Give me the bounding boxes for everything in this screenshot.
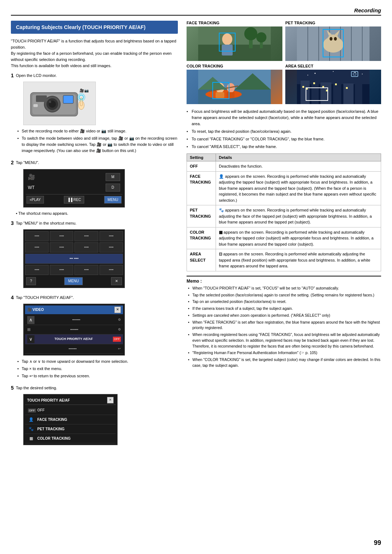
face-icon: 👤: [28, 416, 34, 423]
nav-up-arrow[interactable]: ∧: [27, 316, 34, 324]
memo-item-5: Settings are canceled when zoom operatio…: [188, 313, 381, 319]
camera-image: 🎥 📷: [23, 82, 96, 125]
svg-rect-8: [33, 104, 38, 107]
menu-menu-btn[interactable]: MENU: [104, 196, 121, 204]
page-number: 99: [374, 539, 381, 547]
grid-cell-6[interactable]: ▪▪▪▪: [50, 242, 73, 253]
left-column: Capturing Subjects Clearly (TOUCH PRIORI…: [11, 21, 178, 452]
svg-text:🎥: 🎥: [79, 88, 84, 93]
svg-point-23: [256, 32, 266, 42]
grid-cell-12[interactable]: ▪▪▪▪: [74, 265, 98, 275]
touch-menu-close[interactable]: ✕: [114, 307, 121, 313]
touch-menu: 🎥 VIDEO ✕ ∧ ▪▪▪▪▪▪▪ ⚙ ⊞ ▪▪▪▪▪▪▪ ⚙: [23, 304, 125, 356]
priority-menu: TOUCH PRIORITY AE/AF ✕ OFF OFF 👤 FACE TR…: [23, 394, 118, 445]
svg-rect-7: [36, 95, 47, 102]
ratio-icon: ⊞: [27, 327, 30, 333]
memo-item-4: If the camera loses track of a subject, …: [188, 306, 381, 312]
step-3-text: Tap "MENU" in the shortcut menu. ▪▪▪▪ ▪▪…: [16, 220, 178, 291]
menu-grid-row-3: ▪▪▪ ▪▪▪▪: [25, 254, 123, 264]
step-4-num: 4: [11, 295, 14, 300]
setting-off: OFF: [187, 161, 216, 172]
grid-cell-11[interactable]: ▪▪▪▪: [50, 265, 73, 275]
grid-cell-5[interactable]: ▪▪▪▪: [25, 242, 49, 253]
priority-item-face[interactable]: 👤 FACE TRACKING: [25, 415, 116, 424]
menu-btn-main[interactable]: MENU: [64, 277, 83, 285]
touch-menu-row-3[interactable]: ∨ TOUCH PRIORITY AE/AF OFF: [25, 335, 123, 344]
menu-row-1: 🎥 M: [26, 172, 122, 183]
grid-cell-9[interactable]: ▪▪▪ ▪▪▪▪: [25, 254, 123, 264]
step-2: 2 Tap "MENU". 🎥 M WT D: [11, 160, 178, 217]
close-btn-1[interactable]: ✕: [111, 277, 122, 285]
memo-item-8: "Registering Human Face Personal Authent…: [188, 350, 381, 356]
setting-color: COLORTRACKING: [187, 227, 216, 249]
svg-rect-57: [355, 80, 362, 104]
table-row-face: FACETRACKING 👤 appears on the screen. Re…: [187, 171, 381, 205]
menu-grid: ▪▪▪▪ ▪▪▪▪ ▪▪▪▪ ▪▪▪▪ ▪▪▪▪ ▪▪▪▪ ▪▪▪▪ ▪▪▪▪: [23, 229, 125, 288]
menu-d-btn[interactable]: D: [106, 184, 120, 192]
menu-play-btn[interactable]: «PLAY: [26, 196, 44, 204]
off-icon: OFF: [28, 407, 34, 413]
table-row-area: AREASELECT ⊡ appears on the screen. Reco…: [187, 249, 381, 271]
setting-pet: PETTRACKING: [187, 205, 216, 227]
priority-item-pet[interactable]: 🐾 PET TRACKING: [25, 424, 116, 434]
color-tracking-label: COLOR TRACKING: [187, 64, 282, 68]
menu-rec-btn[interactable]: ▐▐ REC: [64, 196, 84, 204]
svg-rect-58: [302, 86, 304, 88]
step-4-text: Tap "TOUCH PRIORITY AE/AF". 🎥 VIDEO ✕ ∧ …: [16, 295, 178, 381]
svg-point-66: [333, 71, 334, 72]
color-tracking-item: COLOR TRACKING: [187, 64, 282, 104]
grid-cell-3[interactable]: ▪▪▪▪: [74, 231, 98, 241]
svg-point-68: [307, 75, 308, 75]
table-row-pet: PETTRACKING 🐾 appears on the screen. Rec…: [187, 205, 381, 227]
grid-cell-1[interactable]: ▪▪▪▪: [25, 231, 49, 241]
step-1-num: 1: [11, 73, 14, 78]
grid-cell-4[interactable]: ▪▪▪▪: [99, 231, 123, 241]
memo-item-3: Tap on an unselected position (face/colo…: [188, 299, 381, 305]
pet-tracking-label: PET TRACKING: [285, 21, 381, 25]
priority-item-off[interactable]: OFF OFF: [25, 406, 116, 415]
svg-rect-64: [346, 87, 348, 89]
help-btn[interactable]: ?: [26, 277, 36, 285]
page: Recording Capturing Subjects Clearly (TO…: [0, 0, 392, 554]
svg-point-37: [334, 37, 337, 41]
grid-cell-2[interactable]: ▪▪▪▪: [50, 231, 73, 241]
touch-menu-row-2[interactable]: ⊞ ▪▪▪▪▪▪▪ ⚙: [25, 325, 123, 335]
priority-item-color[interactable]: ▦ COLOR TRACKING: [25, 434, 116, 443]
pet-label: PET TRACKING: [37, 426, 65, 432]
step-5: 5 Tap the desired setting. TOUCH PRIORIT…: [11, 385, 178, 448]
priority-close-btn[interactable]: ✕: [107, 397, 114, 403]
grid-cell-13[interactable]: ▪▪▪▪: [99, 265, 123, 275]
details-face: 👤 appears on the screen. Recording is pe…: [216, 171, 381, 205]
details-area: ⊡ appears on the screen. Recording is pe…: [216, 249, 381, 271]
svg-text:📷: 📷: [84, 88, 89, 93]
step-1-text: Open the LCD monitor.: [16, 73, 178, 156]
memo-item-1: When "TOUCH PRIORITY AE/AF" is set, "FOC…: [188, 286, 381, 291]
grid-cell-8[interactable]: ▪▪▪▪: [99, 242, 123, 253]
menu-m-btn[interactable]: M: [106, 173, 120, 181]
grid-cell-10[interactable]: ▪▪▪▪: [25, 265, 49, 275]
pet-tracking-item: PET TRACKING: [285, 21, 381, 61]
right-bullet-4: To cancel "AREA SELECT", tap the white f…: [187, 144, 381, 150]
intro-line3: This function is available for both vide…: [11, 63, 111, 68]
memo-box: Memo : When "TOUCH PRIORITY AE/AF" is se…: [187, 276, 381, 369]
table-header-setting: Setting: [187, 154, 216, 161]
grid-cell-7[interactable]: ▪▪▪▪: [74, 242, 98, 253]
table-row-color: COLORTRACKING ▦ appears on the screen. R…: [187, 227, 381, 249]
nav-down-arrow[interactable]: ∨: [27, 335, 34, 343]
face-tracking-item: FACE TRACKING: [187, 21, 282, 61]
bullet-4-3: Tap ↩ to return to the previous screen.: [17, 373, 178, 379]
content-area: Capturing Subjects Clearly (TOUCH PRIORI…: [11, 21, 381, 452]
touch-menu-row-1[interactable]: ∧ ▪▪▪▪▪▪▪ ⚙: [25, 315, 123, 325]
off-badge: OFF: [113, 337, 121, 342]
step-5-num: 5: [11, 385, 14, 391]
svg-rect-18: [222, 45, 233, 56]
menu-screen-1: 🎥 M WT D «PLAY ▐▐ REC MENU: [23, 169, 125, 208]
touch-menu-row-4[interactable]: ▪▪▪▪▪▪▪ ↩: [25, 344, 123, 354]
face-label: FACE TRACKING: [37, 417, 67, 423]
face-tracking-img: [187, 26, 282, 61]
svg-point-21: [244, 27, 257, 40]
svg-point-65: [315, 73, 316, 74]
step-4: 4 Tap "TOUCH PRIORITY AE/AF". 🎥 VIDEO ✕ …: [11, 295, 178, 381]
step-2-num: 2: [11, 160, 14, 165]
pet-scene-svg: [285, 26, 381, 61]
